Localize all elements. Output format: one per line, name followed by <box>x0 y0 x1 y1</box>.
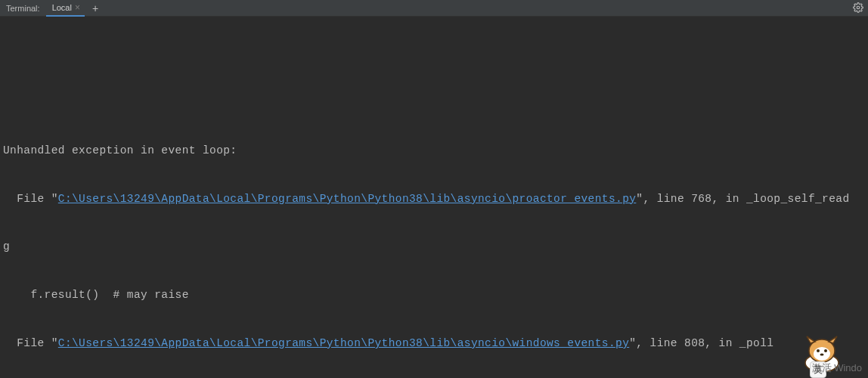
tab-local[interactable]: Local × <box>46 0 85 17</box>
add-tab-icon[interactable]: + <box>89 2 101 14</box>
close-icon[interactable]: × <box>75 2 80 13</box>
traceback-frame-2: File "C:\Users\13249\AppData\Local\Progr… <box>3 332 865 356</box>
terminal-tab-bar: Terminal: Local × + <box>0 0 868 17</box>
tab-local-label: Local <box>52 3 72 12</box>
traceback-frame-1: File "C:\Users\13249\AppData\Local\Progr… <box>3 187 865 212</box>
terminal-output[interactable]: Unhandled exception in event loop: File … <box>0 17 868 378</box>
traceback-header: Unhandled exception in event loop: <box>3 139 865 163</box>
traceback-code-1: f.result() # may raise <box>3 284 865 308</box>
panel-label: Terminal: <box>0 4 46 13</box>
svg-point-4 <box>817 349 820 352</box>
windows-activation-watermark: 激活 Windo <box>812 361 862 375</box>
file-link[interactable]: C:\Users\13249\AppData\Local\Programs\Py… <box>58 193 637 205</box>
gear-icon[interactable] <box>848 2 868 14</box>
file-link[interactable]: C:\Users\13249\AppData\Local\Programs\Py… <box>58 337 629 349</box>
traceback-frame-1-wrap: g <box>3 235 865 259</box>
svg-point-0 <box>857 6 860 9</box>
svg-point-5 <box>824 349 827 352</box>
svg-point-6 <box>820 354 824 356</box>
